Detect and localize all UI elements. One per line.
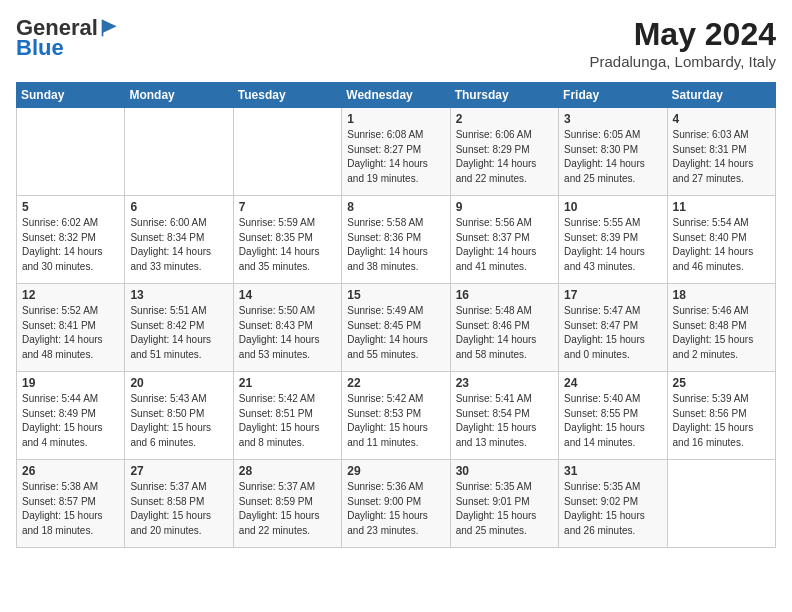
day-number: 20 <box>130 376 227 390</box>
cell-info: Sunrise: 6:06 AM Sunset: 8:29 PM Dayligh… <box>456 128 553 186</box>
day-number: 5 <box>22 200 119 214</box>
day-number: 23 <box>456 376 553 390</box>
day-number: 1 <box>347 112 444 126</box>
day-number: 2 <box>456 112 553 126</box>
cell-info: Sunrise: 5:56 AM Sunset: 8:37 PM Dayligh… <box>456 216 553 274</box>
cell-info: Sunrise: 5:42 AM Sunset: 8:51 PM Dayligh… <box>239 392 336 450</box>
day-number: 30 <box>456 464 553 478</box>
cell-info: Sunrise: 5:50 AM Sunset: 8:43 PM Dayligh… <box>239 304 336 362</box>
calendar-cell <box>667 460 775 548</box>
cell-info: Sunrise: 5:49 AM Sunset: 8:45 PM Dayligh… <box>347 304 444 362</box>
cell-info: Sunrise: 5:59 AM Sunset: 8:35 PM Dayligh… <box>239 216 336 274</box>
day-number: 26 <box>22 464 119 478</box>
day-number: 3 <box>564 112 661 126</box>
calendar-cell: 2Sunrise: 6:06 AM Sunset: 8:29 PM Daylig… <box>450 108 558 196</box>
cell-info: Sunrise: 5:37 AM Sunset: 8:59 PM Dayligh… <box>239 480 336 538</box>
calendar-row: 12Sunrise: 5:52 AM Sunset: 8:41 PM Dayli… <box>17 284 776 372</box>
day-number: 8 <box>347 200 444 214</box>
day-number: 17 <box>564 288 661 302</box>
cell-info: Sunrise: 5:51 AM Sunset: 8:42 PM Dayligh… <box>130 304 227 362</box>
header-day-tuesday: Tuesday <box>233 83 341 108</box>
day-number: 15 <box>347 288 444 302</box>
calendar-cell: 12Sunrise: 5:52 AM Sunset: 8:41 PM Dayli… <box>17 284 125 372</box>
calendar-cell: 1Sunrise: 6:08 AM Sunset: 8:27 PM Daylig… <box>342 108 450 196</box>
cell-info: Sunrise: 5:52 AM Sunset: 8:41 PM Dayligh… <box>22 304 119 362</box>
header-day-monday: Monday <box>125 83 233 108</box>
calendar-body: 1Sunrise: 6:08 AM Sunset: 8:27 PM Daylig… <box>17 108 776 548</box>
calendar-cell: 23Sunrise: 5:41 AM Sunset: 8:54 PM Dayli… <box>450 372 558 460</box>
header-day-friday: Friday <box>559 83 667 108</box>
calendar-row: 26Sunrise: 5:38 AM Sunset: 8:57 PM Dayli… <box>17 460 776 548</box>
cell-info: Sunrise: 5:48 AM Sunset: 8:46 PM Dayligh… <box>456 304 553 362</box>
cell-info: Sunrise: 5:37 AM Sunset: 8:58 PM Dayligh… <box>130 480 227 538</box>
day-number: 25 <box>673 376 770 390</box>
month-title: May 2024 <box>590 16 777 53</box>
calendar-cell: 29Sunrise: 5:36 AM Sunset: 9:00 PM Dayli… <box>342 460 450 548</box>
cell-info: Sunrise: 5:47 AM Sunset: 8:47 PM Dayligh… <box>564 304 661 362</box>
calendar-cell: 18Sunrise: 5:46 AM Sunset: 8:48 PM Dayli… <box>667 284 775 372</box>
day-number: 27 <box>130 464 227 478</box>
calendar-cell: 19Sunrise: 5:44 AM Sunset: 8:49 PM Dayli… <box>17 372 125 460</box>
calendar-cell: 9Sunrise: 5:56 AM Sunset: 8:37 PM Daylig… <box>450 196 558 284</box>
cell-info: Sunrise: 5:58 AM Sunset: 8:36 PM Dayligh… <box>347 216 444 274</box>
calendar-cell: 14Sunrise: 5:50 AM Sunset: 8:43 PM Dayli… <box>233 284 341 372</box>
title-block: May 2024 Pradalunga, Lombardy, Italy <box>590 16 777 70</box>
day-number: 28 <box>239 464 336 478</box>
location-text: Pradalunga, Lombardy, Italy <box>590 53 777 70</box>
day-number: 12 <box>22 288 119 302</box>
calendar-cell: 21Sunrise: 5:42 AM Sunset: 8:51 PM Dayli… <box>233 372 341 460</box>
day-number: 21 <box>239 376 336 390</box>
day-number: 29 <box>347 464 444 478</box>
day-number: 18 <box>673 288 770 302</box>
cell-info: Sunrise: 5:40 AM Sunset: 8:55 PM Dayligh… <box>564 392 661 450</box>
logo-flag-icon <box>100 18 120 38</box>
header-row: SundayMondayTuesdayWednesdayThursdayFrid… <box>17 83 776 108</box>
day-number: 13 <box>130 288 227 302</box>
calendar-cell: 25Sunrise: 5:39 AM Sunset: 8:56 PM Dayli… <box>667 372 775 460</box>
header-day-wednesday: Wednesday <box>342 83 450 108</box>
calendar-cell: 16Sunrise: 5:48 AM Sunset: 8:46 PM Dayli… <box>450 284 558 372</box>
day-number: 16 <box>456 288 553 302</box>
cell-info: Sunrise: 5:35 AM Sunset: 9:02 PM Dayligh… <box>564 480 661 538</box>
cell-info: Sunrise: 5:42 AM Sunset: 8:53 PM Dayligh… <box>347 392 444 450</box>
day-number: 9 <box>456 200 553 214</box>
day-number: 31 <box>564 464 661 478</box>
cell-info: Sunrise: 6:00 AM Sunset: 8:34 PM Dayligh… <box>130 216 227 274</box>
header-day-thursday: Thursday <box>450 83 558 108</box>
day-number: 19 <box>22 376 119 390</box>
calendar-cell: 27Sunrise: 5:37 AM Sunset: 8:58 PM Dayli… <box>125 460 233 548</box>
cell-info: Sunrise: 5:38 AM Sunset: 8:57 PM Dayligh… <box>22 480 119 538</box>
cell-info: Sunrise: 5:35 AM Sunset: 9:01 PM Dayligh… <box>456 480 553 538</box>
calendar-cell: 7Sunrise: 5:59 AM Sunset: 8:35 PM Daylig… <box>233 196 341 284</box>
day-number: 10 <box>564 200 661 214</box>
header-day-sunday: Sunday <box>17 83 125 108</box>
cell-info: Sunrise: 6:03 AM Sunset: 8:31 PM Dayligh… <box>673 128 770 186</box>
calendar-cell: 24Sunrise: 5:40 AM Sunset: 8:55 PM Dayli… <box>559 372 667 460</box>
calendar-header: SundayMondayTuesdayWednesdayThursdayFrid… <box>17 83 776 108</box>
day-number: 22 <box>347 376 444 390</box>
calendar-cell: 8Sunrise: 5:58 AM Sunset: 8:36 PM Daylig… <box>342 196 450 284</box>
day-number: 4 <box>673 112 770 126</box>
calendar-row: 19Sunrise: 5:44 AM Sunset: 8:49 PM Dayli… <box>17 372 776 460</box>
calendar-cell: 5Sunrise: 6:02 AM Sunset: 8:32 PM Daylig… <box>17 196 125 284</box>
calendar-cell: 22Sunrise: 5:42 AM Sunset: 8:53 PM Dayli… <box>342 372 450 460</box>
calendar-cell: 3Sunrise: 6:05 AM Sunset: 8:30 PM Daylig… <box>559 108 667 196</box>
cell-info: Sunrise: 5:54 AM Sunset: 8:40 PM Dayligh… <box>673 216 770 274</box>
calendar-cell <box>17 108 125 196</box>
calendar-cell: 26Sunrise: 5:38 AM Sunset: 8:57 PM Dayli… <box>17 460 125 548</box>
calendar-cell <box>233 108 341 196</box>
cell-info: Sunrise: 6:02 AM Sunset: 8:32 PM Dayligh… <box>22 216 119 274</box>
logo: General Blue <box>16 16 120 60</box>
day-number: 6 <box>130 200 227 214</box>
calendar-cell: 11Sunrise: 5:54 AM Sunset: 8:40 PM Dayli… <box>667 196 775 284</box>
cell-info: Sunrise: 5:36 AM Sunset: 9:00 PM Dayligh… <box>347 480 444 538</box>
cell-info: Sunrise: 6:05 AM Sunset: 8:30 PM Dayligh… <box>564 128 661 186</box>
calendar-cell: 30Sunrise: 5:35 AM Sunset: 9:01 PM Dayli… <box>450 460 558 548</box>
cell-info: Sunrise: 5:55 AM Sunset: 8:39 PM Dayligh… <box>564 216 661 274</box>
cell-info: Sunrise: 5:43 AM Sunset: 8:50 PM Dayligh… <box>130 392 227 450</box>
calendar-table: SundayMondayTuesdayWednesdayThursdayFrid… <box>16 82 776 548</box>
calendar-cell: 4Sunrise: 6:03 AM Sunset: 8:31 PM Daylig… <box>667 108 775 196</box>
cell-info: Sunrise: 5:39 AM Sunset: 8:56 PM Dayligh… <box>673 392 770 450</box>
calendar-row: 5Sunrise: 6:02 AM Sunset: 8:32 PM Daylig… <box>17 196 776 284</box>
calendar-cell: 13Sunrise: 5:51 AM Sunset: 8:42 PM Dayli… <box>125 284 233 372</box>
